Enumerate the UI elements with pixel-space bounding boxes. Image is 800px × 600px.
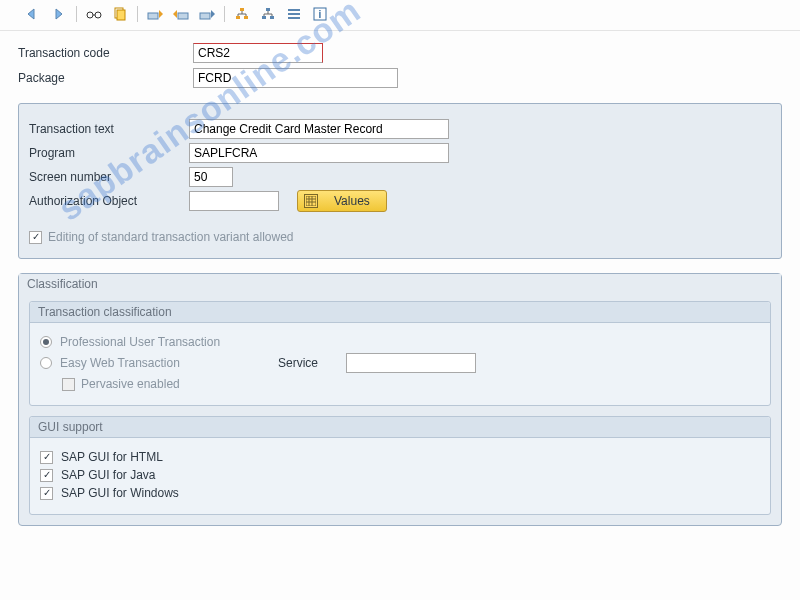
toolbar-separator xyxy=(224,6,225,22)
toolbar-separator xyxy=(76,6,77,22)
gui-support-group: GUI support SAP GUI for HTML SAP GUI for… xyxy=(29,416,771,515)
hierarchy-icon[interactable] xyxy=(231,4,253,24)
transaction-classification-title: Transaction classification xyxy=(30,302,770,323)
transport-in-icon[interactable] xyxy=(144,4,166,24)
glasses-icon[interactable] xyxy=(83,4,105,24)
authorization-object-label: Authorization Object xyxy=(29,194,189,208)
svg-rect-9 xyxy=(236,16,240,19)
gui-support-title: GUI support xyxy=(30,417,770,438)
classification-title: Classification xyxy=(19,274,781,297)
svg-rect-4 xyxy=(117,10,125,20)
svg-rect-15 xyxy=(266,8,270,11)
service-field[interactable] xyxy=(346,353,476,373)
transport-out-icon[interactable] xyxy=(170,4,192,24)
transport-icon[interactable] xyxy=(196,4,218,24)
svg-point-1 xyxy=(95,12,101,18)
gui-java-checkbox[interactable] xyxy=(40,469,53,482)
transaction-text-label: Transaction text xyxy=(29,122,189,136)
svg-rect-10 xyxy=(244,16,248,19)
professional-user-label: Professional User Transaction xyxy=(60,335,220,349)
screen-number-label: Screen number xyxy=(29,170,189,184)
svg-text:i: i xyxy=(319,9,322,20)
svg-rect-16 xyxy=(262,16,266,19)
values-button-label: Values xyxy=(334,194,370,208)
toolbar-separator xyxy=(137,6,138,22)
copy-icon[interactable] xyxy=(109,4,131,24)
easy-web-label: Easy Web Transaction xyxy=(60,356,270,370)
classification-panel: Classification Transaction classificatio… xyxy=(18,273,782,526)
package-field[interactable] xyxy=(193,68,398,88)
gui-java-label: SAP GUI for Java xyxy=(61,468,155,482)
gui-windows-checkbox[interactable] xyxy=(40,487,53,500)
forward-icon[interactable] xyxy=(48,4,70,24)
svg-rect-8 xyxy=(240,8,244,11)
hierarchy2-icon[interactable] xyxy=(257,4,279,24)
gui-html-checkbox[interactable] xyxy=(40,451,53,464)
svg-rect-6 xyxy=(178,13,188,19)
svg-point-0 xyxy=(87,12,93,18)
list-icon[interactable] xyxy=(283,4,305,24)
authorization-object-field[interactable] xyxy=(189,191,279,211)
easy-web-radio[interactable] xyxy=(40,357,52,369)
tcode-label: Transaction code xyxy=(18,46,193,60)
gui-html-label: SAP GUI for HTML xyxy=(61,450,163,464)
info-icon[interactable]: i xyxy=(309,4,331,24)
edit-variant-checkbox[interactable] xyxy=(29,231,42,244)
tcode-field[interactable] xyxy=(193,43,323,63)
svg-rect-7 xyxy=(200,13,210,19)
program-label: Program xyxy=(29,146,189,160)
pervasive-checkbox[interactable] xyxy=(62,378,75,391)
svg-rect-17 xyxy=(270,16,274,19)
values-button[interactable]: Values xyxy=(297,190,387,212)
edit-variant-label: Editing of standard transaction variant … xyxy=(48,230,293,244)
application-toolbar: i xyxy=(0,0,800,31)
transaction-text-field[interactable] xyxy=(189,119,449,139)
package-label: Package xyxy=(18,71,193,85)
back-icon[interactable] xyxy=(22,4,44,24)
transaction-details-panel: Transaction text Program Screen number A… xyxy=(18,103,782,259)
main-content: Transaction code Package Transaction tex… xyxy=(0,31,800,544)
svg-rect-27 xyxy=(306,196,316,206)
gui-windows-label: SAP GUI for Windows xyxy=(61,486,179,500)
program-field[interactable] xyxy=(189,143,449,163)
transaction-classification-group: Transaction classification Professional … xyxy=(29,301,771,406)
service-label: Service xyxy=(278,356,338,370)
pervasive-label: Pervasive enabled xyxy=(81,377,180,391)
professional-user-radio[interactable] xyxy=(40,336,52,348)
screen-number-field[interactable] xyxy=(189,167,233,187)
svg-rect-5 xyxy=(148,13,158,19)
table-icon xyxy=(304,194,318,208)
